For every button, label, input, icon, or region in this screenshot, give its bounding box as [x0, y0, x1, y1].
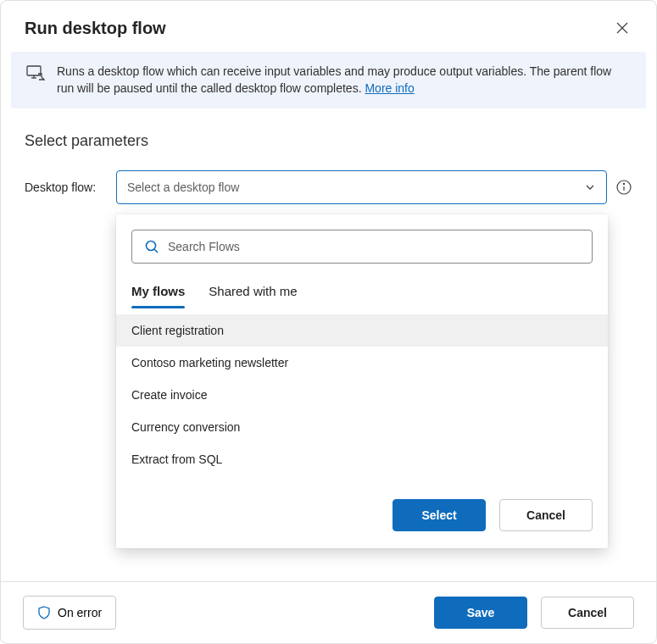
cancel-button[interactable]: Cancel — [541, 597, 634, 629]
on-error-button[interactable]: On error — [23, 596, 116, 630]
flow-list: Client registration Contoso marketing ne… — [116, 314, 608, 475]
dropdown-placeholder: Select a desktop flow — [127, 180, 239, 194]
footer-right: Save Cancel — [434, 597, 634, 629]
dialog-header: Run desktop flow — [1, 1, 656, 52]
svg-point-8 — [147, 242, 156, 251]
info-icon — [616, 180, 632, 195]
panel-cancel-button[interactable]: Cancel — [499, 499, 593, 531]
flow-item[interactable]: Currency conversion — [116, 411, 608, 443]
close-button[interactable] — [612, 18, 632, 38]
on-error-label: On error — [58, 606, 102, 619]
flow-item[interactable]: Extract from SQL — [116, 443, 608, 475]
desktop-flow-label: Desktop flow: — [25, 180, 106, 194]
dialog-footer: On error Save Cancel — [1, 581, 656, 643]
close-icon — [615, 21, 629, 35]
flow-item[interactable]: Contoso marketing newsletter — [116, 347, 608, 379]
search-wrap — [131, 230, 593, 264]
info-banner: Runs a desktop flow which can receive in… — [11, 52, 646, 108]
field-info-button[interactable] — [615, 179, 632, 196]
section-title: Select parameters — [25, 132, 632, 150]
desktop-flow-dropdown[interactable]: Select a desktop flow — [116, 170, 607, 204]
flow-item[interactable]: Create invoice — [116, 379, 608, 411]
tab-shared-with-me[interactable]: Shared with me — [209, 275, 297, 308]
run-desktop-flow-dialog: Run desktop flow Runs a desktop flow whi… — [0, 0, 657, 644]
panel-footer: Select Cancel — [116, 475, 608, 531]
select-button[interactable]: Select — [393, 499, 486, 531]
desktop-flow-field-row: Desktop flow: Select a desktop flow — [25, 170, 632, 204]
save-button[interactable]: Save — [434, 597, 527, 629]
search-icon — [144, 239, 159, 254]
svg-line-9 — [154, 249, 158, 253]
flow-picker-panel: My flows Shared with me Client registrat… — [116, 214, 608, 548]
shield-icon — [37, 606, 51, 619]
svg-point-7 — [623, 184, 624, 185]
chevron-down-icon — [584, 181, 596, 193]
search-input[interactable] — [168, 240, 580, 253]
banner-description: Runs a desktop flow which can receive in… — [57, 64, 611, 95]
search-box[interactable] — [131, 230, 593, 264]
more-info-link[interactable]: More info — [365, 81, 414, 95]
flow-item[interactable]: Client registration — [116, 314, 608, 347]
dropdown-wrap: Select a desktop flow — [116, 170, 632, 204]
info-banner-text: Runs a desktop flow which can receive in… — [57, 64, 631, 97]
dialog-title: Run desktop flow — [25, 19, 166, 38]
desktop-flow-icon — [26, 65, 45, 85]
flow-tabs: My flows Shared with me — [116, 275, 608, 309]
tab-my-flows[interactable]: My flows — [131, 275, 185, 308]
